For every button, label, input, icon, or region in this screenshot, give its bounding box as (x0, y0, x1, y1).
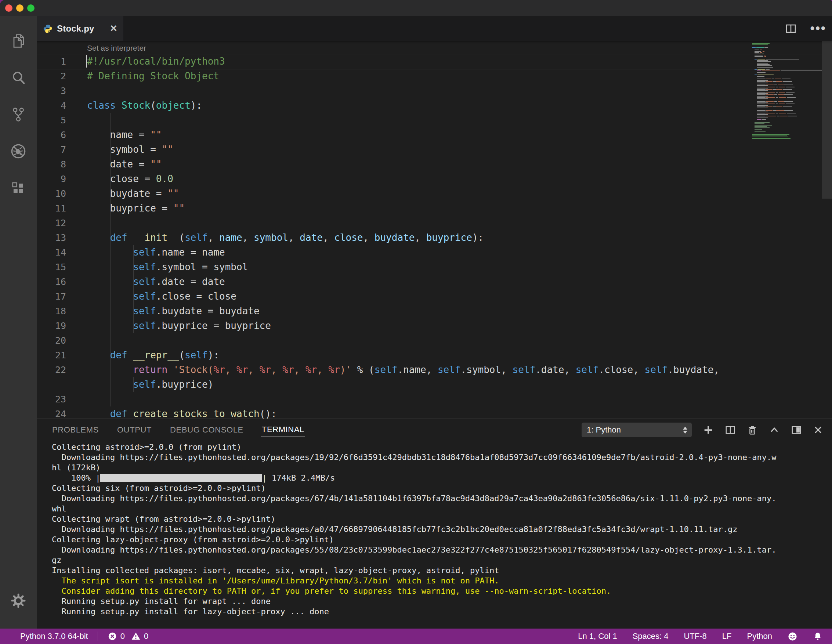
indent-guide (133, 245, 134, 333)
minimap-line (752, 69, 822, 70)
minimap-line (752, 81, 822, 82)
minimap-line (752, 107, 822, 107)
text-cursor (86, 55, 87, 67)
panel-tab-output[interactable]: OUTPUT (117, 423, 152, 437)
toggle-panel-icon[interactable] (791, 424, 802, 435)
statusbar-separator (98, 631, 98, 641)
problems-status[interactable]: 0 0 (107, 631, 149, 641)
minimap-line (752, 131, 822, 132)
explorer-icon[interactable] (0, 23, 37, 59)
code-line: 10 buydate = "" (37, 186, 832, 201)
terminal-line: Consider adding this directory to PATH o… (52, 586, 832, 596)
minimap-line (752, 64, 822, 65)
kill-terminal-icon[interactable] (747, 424, 758, 435)
code-line: 21 def __repr__(self): (37, 348, 832, 363)
activity-bar (0, 16, 37, 629)
eol-status[interactable]: LF (722, 631, 732, 641)
language-mode[interactable]: Python (747, 631, 773, 641)
code-line: 7 symbol = "" (37, 142, 832, 157)
panel-tab-problems[interactable]: PROBLEMS (51, 423, 99, 437)
cursor-position[interactable]: Ln 1, Col 1 (578, 631, 617, 641)
line-number: 2 (37, 71, 87, 81)
minimap-line (752, 97, 822, 97)
minimap-line (752, 68, 822, 69)
terminal-selector-dropdown[interactable]: 1: Python (582, 423, 692, 437)
minimap-line (752, 78, 822, 79)
more-actions-icon[interactable]: ••• (810, 26, 826, 31)
dropdown-arrows-icon (683, 427, 687, 434)
indentation-status[interactable]: Spaces: 4 (633, 631, 669, 641)
notifications-bell-icon[interactable] (813, 631, 822, 641)
line-number: 7 (37, 144, 87, 155)
code-line: 12 (37, 216, 832, 230)
bottom-panel: PROBLEMSOUTPUTDEBUG CONSOLETERMINAL 1: P… (37, 419, 832, 629)
source-control-icon[interactable] (0, 96, 37, 133)
code-editor[interactable]: Set as interpreter 1#!/usr/local/bin/pyt… (37, 41, 832, 419)
panel-tab-debug-console[interactable]: DEBUG CONSOLE (169, 423, 244, 437)
line-number: 5 (37, 115, 87, 126)
minimap-line (752, 76, 822, 77)
close-panel-icon[interactable] (813, 425, 823, 435)
panel-tab-terminal[interactable]: TERMINAL (261, 423, 305, 437)
code-line: 13 def __init__(self, name, symbol, date… (37, 230, 832, 245)
minimap-line (752, 75, 822, 75)
interpreter-status[interactable]: Python 3.7.0 64-bit (20, 631, 88, 641)
minimap-line (752, 104, 822, 104)
debug-disabled-icon[interactable] (0, 133, 37, 169)
terminal-line: hl (172kB) (52, 463, 832, 473)
feedback-smiley-icon[interactable] (787, 631, 797, 641)
line-number: 19 (37, 321, 87, 331)
minimap-line (752, 128, 822, 128)
code-lens-set-interpreter[interactable]: Set as interpreter (37, 41, 832, 54)
close-window-button[interactable] (5, 5, 13, 12)
tab-close-icon[interactable]: ✕ (110, 24, 117, 33)
zoom-window-button[interactable] (27, 5, 35, 12)
tab-bar: Stock.py ✕ ••• (37, 16, 832, 41)
minimap-line (752, 130, 822, 131)
terminal-line: 100% || 174kB 2.4MB/s (52, 473, 832, 483)
minimap-line (752, 63, 822, 64)
extensions-icon[interactable] (0, 169, 37, 206)
error-icon (107, 631, 117, 641)
code-line: 23 (37, 392, 832, 406)
split-editor-icon[interactable] (785, 23, 797, 35)
minimap-line (752, 125, 822, 126)
line-number: 23 (37, 394, 87, 404)
terminal-output[interactable]: Collecting astroid>=2.0.0 (from pylint) … (37, 441, 832, 629)
minimap-line (752, 89, 822, 90)
encoding-status[interactable]: UTF-8 (684, 631, 706, 641)
minimap-line (752, 67, 822, 67)
terminal-line: The script isort is installed in '/Users… (52, 576, 832, 586)
minimap[interactable] (752, 43, 822, 157)
search-icon[interactable] (0, 59, 37, 96)
python-icon (43, 24, 52, 33)
minimap-line (752, 105, 822, 106)
minimap-line (752, 114, 822, 115)
minimap-line (752, 129, 822, 129)
minimap-line (752, 138, 822, 139)
minimap-line (752, 47, 822, 48)
split-terminal-icon[interactable] (725, 424, 736, 435)
editor-scrollbar[interactable] (822, 41, 832, 199)
line-number: 15 (37, 262, 87, 272)
line-number: 8 (37, 159, 87, 169)
gear-icon[interactable] (0, 582, 37, 619)
minimap-line (752, 109, 822, 110)
traffic-lights (0, 5, 35, 12)
minimap-line (752, 50, 822, 50)
minimap-line (752, 118, 822, 119)
indent-guide (133, 377, 134, 392)
terminal-line: Running setup.py install for wrapt ... d… (52, 596, 832, 607)
code-line: 9 close = 0.0 (37, 171, 832, 186)
minimap-line (752, 136, 822, 136)
code-line: self.buyprice) (37, 377, 832, 392)
code-line: 17 self.close = close (37, 289, 832, 304)
tab-stock-py[interactable]: Stock.py ✕ (37, 16, 123, 41)
new-terminal-icon[interactable] (703, 424, 714, 435)
minimize-window-button[interactable] (16, 5, 24, 12)
minimap-line (752, 100, 822, 101)
terminal-line: Collecting astroid>=2.0.0 (from pylint) (52, 442, 832, 452)
maximize-panel-icon[interactable] (769, 424, 780, 435)
error-count: 0 (120, 631, 125, 641)
minimap-line (752, 112, 822, 112)
